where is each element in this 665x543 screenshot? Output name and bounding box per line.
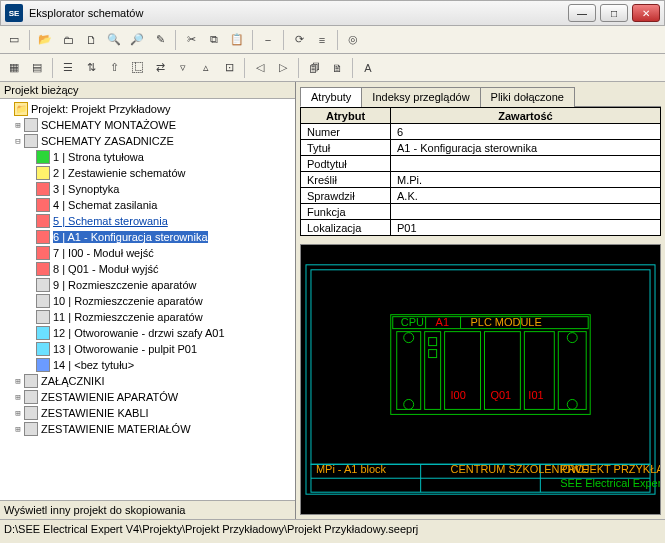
tb-search-icon[interactable]: 🔍	[104, 30, 124, 50]
tree-item[interactable]: 12 | Otworowanie - drzwi szafy A01	[2, 325, 293, 341]
tree-item[interactable]: 8 | Q01 - Moduł wyjść	[2, 261, 293, 277]
tree-group[interactable]: ⊟SCHEMATY ZASADNICZE	[2, 133, 293, 149]
tb-copy-icon[interactable]: ⧉	[204, 30, 224, 50]
page-icon	[36, 150, 50, 164]
tb2-grid2-icon[interactable]: ▤	[27, 58, 47, 78]
tb2-up-icon[interactable]: ⇧	[104, 58, 124, 78]
group-icon	[24, 390, 38, 404]
separator	[283, 30, 284, 50]
svg-text:Q01: Q01	[490, 389, 511, 401]
page-icon	[36, 214, 50, 228]
schematic-preview[interactable]: MPi - A1 block CENTRUM SZKOLENIOWE PROJE…	[300, 244, 661, 515]
separator	[175, 30, 176, 50]
window-title: Eksplorator schematów	[29, 7, 568, 19]
tb2-prev-icon[interactable]: ◁	[250, 58, 270, 78]
table-row[interactable]: LokalizacjaP01	[301, 220, 661, 236]
tb2-font-icon[interactable]: A	[358, 58, 378, 78]
tb-paste-icon[interactable]: 📋	[227, 30, 247, 50]
svg-rect-18	[397, 332, 421, 410]
tree-group[interactable]: ⊞ZESTAWIENIE KABLI	[2, 405, 293, 421]
tb-open-icon[interactable]: 📂	[35, 30, 55, 50]
svg-point-28	[567, 333, 577, 343]
toolbar-2: ▦ ▤ ☰ ⇅ ⇧ ⿺ ⇄ ▿ ▵ ⊡ ◁ ▷ 🗐 🗎 A	[0, 54, 665, 82]
separator	[244, 58, 245, 78]
tree-group[interactable]: ⊞ZAŁĄCZNIKI	[2, 373, 293, 389]
tb2-grid-icon[interactable]: ▦	[4, 58, 24, 78]
tb2-sort-icon[interactable]: ⇅	[81, 58, 101, 78]
app-icon: SE	[5, 4, 23, 22]
minimize-button[interactable]: —	[568, 4, 596, 22]
page-icon	[36, 198, 50, 212]
tb-edit-icon[interactable]: ✎	[150, 30, 170, 50]
group-icon	[24, 374, 38, 388]
tree-group[interactable]: ⊞ZESTAWIENIE MATERIAŁÓW	[2, 421, 293, 437]
tab-attributes[interactable]: Atrybuty	[300, 87, 362, 107]
svg-rect-19	[425, 332, 441, 410]
svg-rect-24	[429, 338, 437, 346]
table-row[interactable]: SprawdziłA.K.	[301, 188, 661, 204]
page-icon	[36, 246, 50, 260]
table-row[interactable]: Numer6	[301, 124, 661, 140]
tree-root[interactable]: 📁Projekt: Projekt Przykładowy	[2, 101, 293, 117]
table-row[interactable]: TytułA1 - Konfiguracja sterownika	[301, 140, 661, 156]
page-icon	[36, 262, 50, 276]
details-panel: Atrybuty Indeksy przeglądów Pliki dołącz…	[296, 82, 665, 519]
tabs: Atrybuty Indeksy przeglądów Pliki dołącz…	[300, 86, 661, 107]
tab-files[interactable]: Pliki dołączone	[480, 87, 575, 107]
th-attr: Atrybut	[301, 108, 391, 124]
page-icon	[36, 182, 50, 196]
tb-find-icon[interactable]: 🔎	[127, 30, 147, 50]
separator	[52, 58, 53, 78]
tb-minus-icon[interactable]: −	[258, 30, 278, 50]
tree-item[interactable]: 7 | I00 - Moduł wejść	[2, 245, 293, 261]
tree-item[interactable]: 3 | Synoptyka	[2, 181, 293, 197]
separator	[298, 58, 299, 78]
tree-group[interactable]: ⊞ZESTAWIENIE APARATÓW	[2, 389, 293, 405]
page-icon	[36, 294, 50, 308]
close-button[interactable]: ✕	[632, 4, 660, 22]
tb2-v2-icon[interactable]: ▵	[196, 58, 216, 78]
page-icon	[36, 310, 50, 324]
maximize-button[interactable]: □	[600, 4, 628, 22]
svg-text:PLC MODULE: PLC MODULE	[471, 316, 542, 328]
tree-item[interactable]: 4 | Schemat zasilania	[2, 197, 293, 213]
page-icon	[36, 326, 50, 340]
tree-item-selected[interactable]: 6 | A1 - Konfiguracja sterownika	[2, 229, 293, 245]
tree-group[interactable]: ⊞SCHEMATY MONTAŻOWE	[2, 117, 293, 133]
tb2-list-icon[interactable]: ☰	[58, 58, 78, 78]
tb-lines-icon[interactable]: ≡	[312, 30, 332, 50]
table-row[interactable]: KreśliłM.Pi.	[301, 172, 661, 188]
tb2-v1-icon[interactable]: ▿	[173, 58, 193, 78]
tree-header: Projekt bieżący	[0, 82, 295, 99]
svg-rect-23	[558, 332, 586, 410]
tb-refresh-icon[interactable]: ⟳	[289, 30, 309, 50]
tb2-doc2-icon[interactable]: 🗎	[327, 58, 347, 78]
tree-item[interactable]: 1 | Strona tytułowa	[2, 149, 293, 165]
tab-revisions[interactable]: Indeksy przeglądów	[361, 87, 480, 107]
tree-item[interactable]: 11 | Rozmieszczenie aparatów	[2, 309, 293, 325]
tree-item[interactable]: 2 | Zestawienie schematów	[2, 165, 293, 181]
tb-cut-icon[interactable]: ✂	[181, 30, 201, 50]
tree-item[interactable]: 5 | Schemat sterowania	[2, 213, 293, 229]
table-row[interactable]: Podtytuł	[301, 156, 661, 172]
tree-item[interactable]: 10 | Rozmieszczenie aparatów	[2, 293, 293, 309]
tb-page-icon[interactable]: 🗋	[81, 30, 101, 50]
tb2-struct-icon[interactable]: ⿺	[127, 58, 147, 78]
tb2-adjust-icon[interactable]: ⇄	[150, 58, 170, 78]
tree-item[interactable]: 14 | <bez tytułu>	[2, 357, 293, 373]
tb-copy-folder-icon[interactable]: 🗀	[58, 30, 78, 50]
svg-text:SEE Electrical Expert: SEE Electrical Expert	[560, 477, 660, 489]
tb2-v3-icon[interactable]: ⊡	[219, 58, 239, 78]
tree-item[interactable]: 9 | Rozmieszczenie aparatów	[2, 277, 293, 293]
tb2-doc1-icon[interactable]: 🗐	[304, 58, 324, 78]
project-tree[interactable]: 📁Projekt: Projekt Przykładowy ⊞SCHEMATY …	[0, 99, 295, 500]
tree-footer[interactable]: Wyświetl inny projekt do skopiowania	[0, 500, 295, 519]
svg-text:CPU: CPU	[401, 316, 424, 328]
group-icon	[24, 118, 38, 132]
tb-target-icon[interactable]: ◎	[343, 30, 363, 50]
table-row[interactable]: Funkcja	[301, 204, 661, 220]
tb-new-icon[interactable]: ▭	[4, 30, 24, 50]
tb2-next-icon[interactable]: ▷	[273, 58, 293, 78]
tree-item[interactable]: 13 | Otworowanie - pulpit P01	[2, 341, 293, 357]
page-icon	[36, 358, 50, 372]
